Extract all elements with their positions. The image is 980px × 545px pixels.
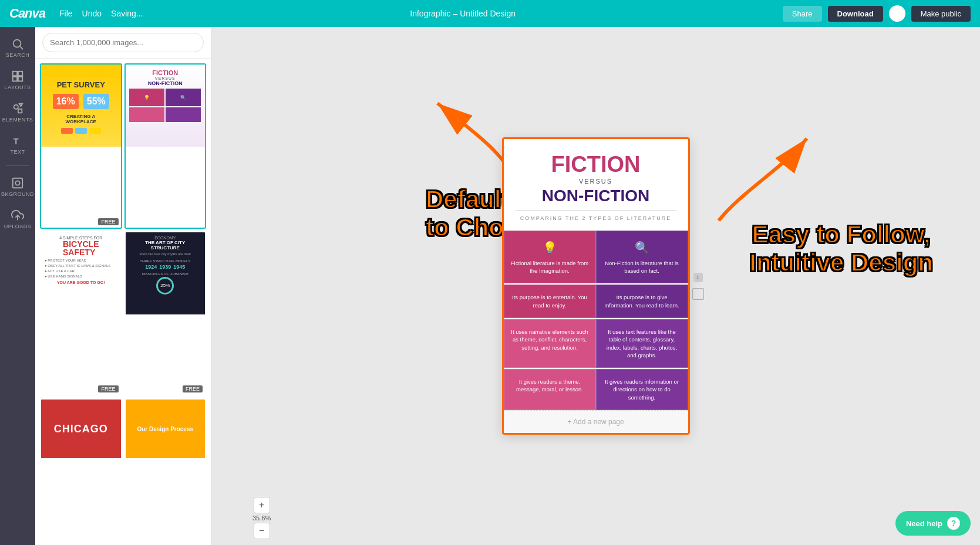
zoom-controls: + 35.6% −: [252, 497, 271, 539]
page-dot-1[interactable]: 1: [693, 273, 703, 282]
need-help-button[interactable]: Need help ?: [895, 511, 971, 536]
cell-nonfiction-row4: It gives readers information or directio…: [596, 369, 688, 410]
free-badge: FREE: [98, 218, 118, 225]
cell-nonfiction-row1: 🔍 Non-Fiction is literature that is base…: [596, 231, 688, 284]
cell-fiction-row2-text: Its purpose is to entertain. You read to…: [512, 294, 587, 308]
canvas-area[interactable]: Default Layouts to Choose from Easy to F…: [211, 27, 980, 545]
panel: PET SURVEY 16% 55% CREATING AWORKPLACE F…: [35, 27, 211, 545]
template-bicycle-safety[interactable]: 4 SIMPLE STEPS FOR BICYCLESAFETY ● PROTE…: [40, 231, 122, 397]
sidebar-item-uploads[interactable]: UPLOADS: [2, 204, 33, 234]
zoom-out-button[interactable]: −: [254, 523, 270, 539]
sidebar-item-background[interactable]: BKGROUND: [2, 172, 33, 202]
main-layout: SEARCH LAYOUTS ELEMENTS T TEXT: [0, 27, 980, 545]
svg-marker-8: [19, 104, 23, 107]
sidebar-item-layouts[interactable]: LAYOUTS: [2, 65, 33, 95]
infographic-wrapper: FICTION VERSUS NON-FICTION COMPARING THE…: [502, 137, 690, 435]
arrow-right: [713, 127, 819, 235]
sidebar-label-layouts: LAYOUTS: [5, 84, 31, 90]
infographic-versus: VERSUS: [516, 178, 676, 185]
topnav: Canva File Undo Saving... Infographic – …: [0, 0, 980, 27]
template-fiction-nonfiction[interactable]: FICTION VERSUS NON-FICTION 💡 🔍: [124, 63, 207, 229]
cell-fiction-row4: It gives readers a theme, message, moral…: [504, 369, 596, 410]
svg-rect-10: [13, 178, 23, 188]
add-page-button[interactable]: + Add a new page: [504, 410, 688, 433]
sidebar-item-elements[interactable]: ELEMENTS: [2, 97, 33, 127]
panel-grid: PET SURVEY 16% 55% CREATING AWORKPLACE F…: [35, 59, 211, 545]
share-button[interactable]: Share: [783, 6, 822, 22]
cell-fiction-row1: 💡 Fictional literature is made from the …: [504, 231, 596, 284]
infographic-grid: 💡 Fictional literature is made from the …: [504, 231, 688, 410]
svg-rect-5: [18, 77, 22, 81]
cell-nonfiction-row2-text: Its purpose is to give Information. You …: [604, 294, 679, 308]
cell-fiction-row1-text: Fictional literature is made from the Im…: [511, 260, 589, 274]
cell-nonfiction-row3-text: It uses text features like the table of …: [607, 329, 677, 358]
template-chicago[interactable]: CHICAGO: [40, 398, 122, 540]
cell-nonfiction-row2: Its purpose is to give Information. You …: [596, 285, 688, 318]
panel-search-area: [35, 27, 211, 59]
template-our-design[interactable]: Our Design Process: [124, 398, 207, 540]
cell-fiction-row4-text: It gives readers a theme, message, moral…: [516, 378, 583, 392]
free-badge-bicycle: FREE: [98, 385, 118, 392]
svg-point-0: [14, 40, 21, 48]
sidebar-label-uploads: UPLOADS: [4, 224, 32, 229]
infographic-title-fiction: FICTION: [516, 153, 676, 175]
page-indicators: 1: [692, 273, 704, 300]
annotation-easy: Easy to Follow, Intuitive Design: [749, 221, 933, 277]
design-title: Infographic – Untitled Design: [153, 9, 773, 18]
download-button[interactable]: Download: [828, 6, 883, 22]
sidebar-label-text: TEXT: [10, 149, 25, 155]
template-city-structure[interactable]: ECONOMY THE ART OF CITYSTRUCTURE short b…: [124, 231, 207, 397]
sidebar-divider: [6, 165, 29, 166]
svg-point-11: [15, 181, 19, 185]
sidebar-label-search: SEARCH: [6, 52, 30, 58]
search-input[interactable]: [42, 33, 204, 52]
search-icon: 🔍: [602, 239, 682, 256]
sidebar-label-background: BKGROUND: [1, 191, 34, 197]
svg-rect-3: [18, 72, 22, 76]
avatar[interactable]: [889, 5, 905, 22]
sidebar-label-elements: ELEMENTS: [2, 117, 33, 123]
undo-button[interactable]: Undo: [82, 9, 102, 18]
svg-rect-7: [18, 109, 22, 113]
make-public-button[interactable]: Make public: [911, 6, 971, 22]
zoom-in-button[interactable]: +: [254, 497, 270, 513]
infographic-card[interactable]: FICTION VERSUS NON-FICTION COMPARING THE…: [502, 137, 690, 435]
svg-rect-2: [13, 72, 17, 76]
infographic-title-nonfiction: NON-FICTION: [516, 187, 676, 205]
file-menu[interactable]: File: [59, 9, 73, 18]
copy-page-icon[interactable]: [692, 288, 704, 300]
zoom-level: 35.6%: [252, 514, 271, 522]
need-help-label: Need help: [906, 519, 942, 528]
cell-fiction-row2: Its purpose is to entertain. You read to…: [504, 285, 596, 318]
cell-nonfiction-row3: It uses text features like the table of …: [596, 319, 688, 368]
svg-rect-4: [13, 77, 17, 81]
sidebar-item-text[interactable]: T TEXT: [2, 130, 33, 160]
topnav-actions: Share Download Make public: [783, 5, 971, 22]
cell-fiction-row3-text: It uses narrative elements such as theme…: [511, 329, 588, 351]
infographic-subtitle: COMPARING THE 2 TYPES OF LITERATURE: [516, 210, 676, 221]
canva-logo: Canva: [9, 6, 45, 21]
cell-fiction-row3: It uses narrative elements such as theme…: [504, 319, 596, 368]
svg-point-6: [14, 105, 18, 109]
sidebar-icons: SEARCH LAYOUTS ELEMENTS T TEXT: [0, 27, 35, 545]
saving-indicator: Saving...: [111, 9, 143, 18]
cell-nonfiction-row1-text: Non-Fiction is literature that is based …: [605, 260, 679, 274]
svg-text:T: T: [14, 137, 19, 146]
svg-line-1: [20, 46, 23, 49]
cell-nonfiction-row4-text: It gives readers information or directio…: [605, 378, 679, 401]
bulb-icon: 💡: [510, 239, 590, 256]
template-pet-survey[interactable]: PET SURVEY 16% 55% CREATING AWORKPLACE F…: [40, 63, 122, 229]
infographic-header: FICTION VERSUS NON-FICTION COMPARING THE…: [504, 139, 688, 231]
sidebar-item-search[interactable]: SEARCH: [2, 33, 33, 63]
free-badge-city: FREE: [183, 385, 203, 392]
help-icon: ?: [947, 517, 960, 530]
